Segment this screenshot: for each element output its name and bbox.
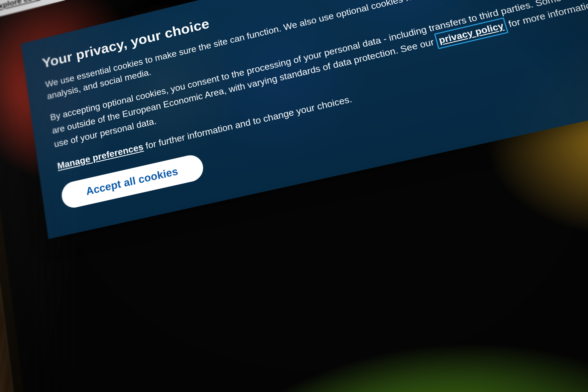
tablet-screen: Explore content Your privacy, your choic… — [0, 0, 588, 392]
tablet-frame: Explore content Your privacy, your choic… — [0, 0, 588, 392]
